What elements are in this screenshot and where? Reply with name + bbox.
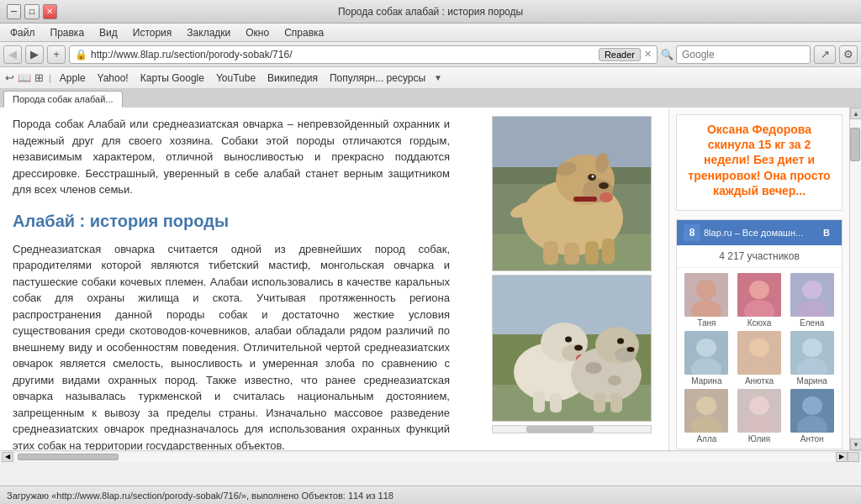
svg-rect-38	[610, 393, 622, 412]
vertical-scrollbar[interactable]: ▲ ▼	[849, 108, 861, 450]
menu-file[interactable]: Файл	[3, 25, 42, 40]
svg-point-33	[585, 362, 602, 374]
status-bar: Загружаю «http://www.8lap.ru/section/por…	[0, 486, 861, 504]
svg-point-49	[696, 339, 716, 357]
bookmark-icons: ↩ 📖 ⊞	[5, 71, 44, 84]
svg-point-46	[802, 281, 822, 299]
reader-button[interactable]: Reader	[599, 48, 641, 61]
avatar-name-4: Марина	[682, 376, 732, 386]
right-sidebar: Оксана Федорова скинула 15 кг за 2 недел…	[668, 108, 849, 450]
maximize-button[interactable]: □	[24, 4, 39, 19]
svg-point-32	[617, 339, 624, 344]
reading-icon[interactable]: 📖	[18, 71, 31, 84]
svg-rect-15	[564, 243, 579, 265]
vk-button[interactable]: В	[818, 226, 835, 239]
horizontal-scrollbar[interactable]: ◀ ▶	[0, 450, 861, 462]
share-button[interactable]: ↗	[814, 45, 836, 64]
svg-point-25	[574, 345, 583, 351]
ad-title: Оксана Федорова скинула 15 кг за 2 недел…	[684, 122, 835, 198]
social-block: 8 8lap.ru – Все домашн... В 4 217 участн…	[676, 219, 843, 449]
menu-edit[interactable]: Правка	[44, 25, 92, 40]
ad-block[interactable]: Оксана Федорова скинула 15 кг за 2 недел…	[676, 114, 843, 211]
scroll-down-button[interactable]: ▼	[850, 438, 861, 450]
search-input[interactable]	[676, 45, 811, 64]
tab-bar: Порода собак алабай...	[0, 89, 861, 108]
avatar-tanya: Таня	[682, 273, 732, 328]
social-site-name: 8lap.ru – Все домашн...	[704, 228, 815, 238]
avatar-name-6: Марина	[787, 376, 837, 386]
bookmark-popular[interactable]: Популярн... ресурсы	[326, 71, 429, 86]
avatar-name-9: Антон	[787, 434, 837, 444]
browser-content: Порода собак Алабай или среднеазиатская …	[0, 108, 861, 450]
svg-point-40	[696, 280, 716, 300]
article-para1: Среднеазиатская овчарка считается одной …	[13, 241, 450, 451]
avatar-name-7: Алла	[682, 434, 732, 444]
avatar-marina2: Марина	[787, 331, 837, 386]
svg-point-9	[592, 176, 594, 178]
bookmark-youtube[interactable]: YouTube	[213, 71, 259, 86]
search-icon: 🔍	[661, 49, 673, 60]
settings-button[interactable]: ⚙	[839, 45, 858, 64]
svg-rect-13	[573, 197, 597, 202]
page-content: Порода собак Алабай или среднеазиатская …	[0, 108, 668, 450]
article-heading: Алабай : история породы	[13, 212, 450, 231]
scroll-right-button[interactable]: ▶	[836, 452, 848, 462]
svg-point-52	[749, 339, 769, 357]
scroll-corner	[848, 452, 859, 462]
svg-point-64	[802, 396, 822, 415]
menu-window[interactable]: Окно	[239, 25, 276, 40]
avatar-name-1: Таня	[682, 318, 732, 328]
scroll-track	[850, 119, 861, 438]
menu-view[interactable]: Вид	[92, 25, 124, 40]
bookmark-yahoo[interactable]: Yahoo!	[94, 71, 132, 86]
avatar-yulia: Юлия	[735, 389, 784, 444]
lock-icon: 🔒	[75, 49, 87, 60]
menu-bookmarks[interactable]: Закладки	[180, 25, 237, 40]
avatar-elena: Елена	[787, 273, 837, 328]
dog-image-1	[492, 116, 652, 271]
scroll-up-button[interactable]: ▲	[850, 108, 861, 119]
svg-point-61	[749, 396, 769, 415]
image-scrollbar[interactable]	[492, 425, 652, 433]
avatar-alla: Алла	[682, 389, 732, 444]
svg-rect-17	[602, 239, 615, 264]
article-intro: Порода собак Алабай или среднеазиатская …	[13, 116, 450, 198]
forward-button[interactable]: ▶	[25, 45, 44, 64]
minimize-button[interactable]: ─	[7, 4, 21, 19]
avatar-name-3: Елена	[787, 318, 837, 328]
h-scroll-track	[13, 453, 836, 461]
bookmark-apple[interactable]: Apple	[56, 71, 89, 86]
back-button[interactable]: ◀	[3, 45, 22, 64]
close-url-icon[interactable]: ✕	[644, 49, 652, 60]
social-logo: 8	[684, 224, 700, 241]
plus-button[interactable]: +	[47, 45, 66, 64]
back-icon[interactable]: ↩	[5, 71, 14, 84]
avatar-name-8: Юлия	[735, 434, 784, 444]
avatar-anyutka: Анютка	[735, 331, 784, 386]
h-scroll-thumb[interactable]	[18, 454, 119, 460]
url-text: http://www.8lap.ru/section/porody-sobak/…	[91, 49, 595, 60]
title-bar: ─ □ ✕ Порода собак алабай : история поро…	[0, 0, 861, 24]
menu-help[interactable]: Справка	[277, 25, 330, 40]
dropdown-icon[interactable]: ▼	[434, 73, 442, 82]
svg-rect-37	[594, 393, 605, 412]
bookmark-maps[interactable]: Карты Google	[137, 71, 208, 86]
svg-point-31	[627, 347, 635, 352]
close-button[interactable]: ✕	[43, 4, 57, 19]
active-tab[interactable]: Порода собак алабай...	[3, 91, 123, 108]
bookmark-wikipedia[interactable]: Википедия	[264, 71, 321, 86]
article-images	[492, 116, 656, 433]
avatars-grid: Таня Ксюха Елена	[677, 268, 842, 449]
nav-bar: ◀ ▶ + 🔒 http://www.8lap.ru/section/porod…	[0, 42, 861, 67]
svg-rect-35	[533, 391, 545, 412]
svg-point-7	[599, 182, 609, 189]
scroll-thumb[interactable]	[850, 128, 860, 161]
social-header: 8 8lap.ru – Все домашн... В	[677, 220, 842, 245]
avatar-marina1: Марина	[682, 331, 732, 386]
grid-icon[interactable]: ⊞	[34, 71, 44, 84]
svg-point-34	[608, 375, 621, 386]
address-bar[interactable]: 🔒 http://www.8lap.ru/section/porody-soba…	[69, 45, 658, 64]
scroll-left-button[interactable]: ◀	[2, 452, 13, 462]
status-text: Загружаю «http://www.8lap.ru/section/por…	[7, 491, 394, 501]
menu-history[interactable]: История	[126, 25, 179, 40]
